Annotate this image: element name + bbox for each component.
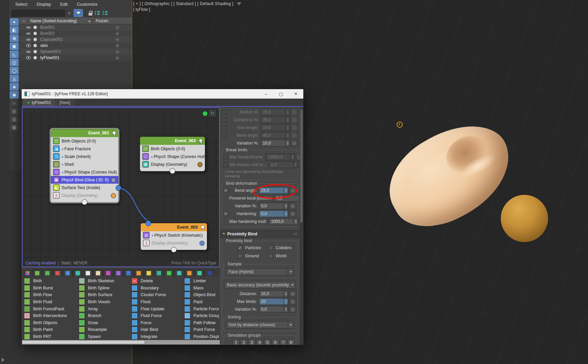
depot-operator-delete[interactable]: ×Delete: [132, 278, 183, 285]
filter-geometry-icon[interactable]: ◧: [10, 26, 19, 34]
filter-spacewarps-icon[interactable]: ◱: [10, 59, 19, 66]
depot-operator-birth-objects[interactable]: Birth Objects: [24, 319, 77, 327]
selection-dot-icon[interactable]: [33, 38, 37, 41]
accuracy-dropdown[interactable]: Basic accuracy (bounds proximity): [224, 281, 296, 289]
param-value-field[interactable]: 10,0: [261, 140, 290, 147]
wire-param-diamond-button[interactable]: ◇: [291, 109, 298, 115]
scrollbar-thumb[interactable]: [22, 340, 145, 344]
frozen-toggle-icon[interactable]: [115, 50, 119, 54]
select-filter-button[interactable]: [74, 9, 83, 17]
depot-operator-birth-intersections[interactable]: Birth Intersections: [24, 312, 77, 319]
param-value-field[interactable]: 45,0: [261, 132, 290, 139]
list-header[interactable]: ○ Name (Sorted Ascending) ▲ Frozen: [19, 18, 132, 24]
depot-operator-boundary[interactable]: Boundary: [132, 285, 183, 292]
sample-dropdown[interactable]: Face (Hybrid): [226, 268, 294, 276]
depot-operator-limiter[interactable]: Limiter: [184, 278, 219, 285]
selection-dot-icon[interactable]: [33, 26, 37, 29]
checkbox-checked[interactable]: ✓: [224, 188, 228, 193]
bulb-icon[interactable]: [200, 225, 205, 230]
search-input[interactable]: [11, 10, 65, 17]
connector-dot[interactable]: [116, 185, 121, 191]
spinner-control[interactable]: [285, 140, 289, 146]
param-value-field[interactable]: 25,0: [261, 109, 290, 115]
filter-visibility-icon[interactable]: ◉: [10, 91, 19, 99]
depot-tab-export[interactable]: [93, 269, 103, 277]
depot-operator-integrate[interactable]: Integrate: [132, 333, 183, 340]
depot-tab-misc[interactable]: [195, 269, 204, 277]
sim-group-button-2[interactable]: 2: [240, 339, 247, 345]
event-node-event_001[interactable]: Event_001□Birth Objects (0-0)◪◂Face Frac…: [50, 129, 119, 203]
checkbox-unchecked[interactable]: [222, 110, 227, 114]
operator-row[interactable]: □◂PhysX Shape (Convex Hull): [51, 168, 118, 176]
wire-param-diamond-button[interactable]: ◇: [291, 116, 298, 123]
depot-operator-birth-paint[interactable]: Birth Paint: [24, 326, 77, 333]
sim-group-button-6[interactable]: 6: [272, 339, 279, 345]
clear-search-icon[interactable]: ×: [67, 10, 72, 16]
depot-operator-position-displa[interactable]: Position Displa: [184, 333, 219, 340]
spinner-control[interactable]: [285, 132, 289, 138]
depot-operator-birth-burst[interactable]: Birth Burst: [24, 285, 77, 292]
spinner-control[interactable]: [284, 298, 288, 305]
checkbox-unchecked[interactable]: [238, 254, 242, 258]
checkbox-unchecked[interactable]: [224, 155, 228, 159]
filter-all-icon[interactable]: ●: [10, 18, 19, 26]
spinner-control[interactable]: [293, 162, 298, 168]
checkbox-unchecked[interactable]: [222, 133, 227, 138]
checkbox-unchecked[interactable]: [224, 162, 228, 167]
menu-item-display[interactable]: Display: [37, 2, 51, 7]
checkbox-unchecked[interactable]: [222, 125, 227, 130]
depot-tab-cloth[interactable]: [114, 269, 123, 277]
param-value-field[interactable]: 10,0: [261, 124, 290, 131]
hierarchy-view-icon[interactable]: [95, 10, 100, 16]
input-connector[interactable]: [145, 220, 151, 226]
wire-param-diamond-button[interactable]: ◇: [296, 154, 300, 160]
table-row[interactable]: Capsule001: [19, 36, 132, 43]
frozen-toggle-icon[interactable]: [115, 44, 119, 48]
operator-row[interactable]: ▤◂PhysX Switch (Kinematic): [141, 231, 207, 239]
depot-operator-birth-surface[interactable]: Birth Surface: [79, 291, 130, 298]
depot-operator-hair-bind[interactable]: Hair Bind: [132, 326, 183, 333]
param-value-field[interactable]: 10,0: [259, 290, 288, 297]
param-value-field[interactable]: 0,0: [259, 210, 288, 217]
filter-shapes-icon[interactable]: ◯: [10, 67, 19, 74]
eye-closed-icon[interactable]: [26, 50, 31, 53]
operator-row[interactable]: □◂PhysX Shape (Convex Hull): [140, 153, 205, 160]
checkbox-checked[interactable]: ✓: [238, 245, 242, 250]
wire-param-diamond-button[interactable]: ◇: [289, 290, 296, 297]
depot-operator-particle-force[interactable]: Particle Force: [184, 305, 219, 312]
depot-operator-birth-fluid[interactable]: Birth Fluid: [24, 298, 77, 306]
depot-operator-grow[interactable]: Grow: [79, 319, 130, 327]
wire-param-diamond-button[interactable]: ◇: [289, 298, 296, 305]
output-connector[interactable]: [170, 168, 175, 174]
params-vertical-scrollbar[interactable]: [300, 107, 303, 345]
wire-param-diamond-button[interactable]: ◇: [289, 203, 296, 209]
output-connector[interactable]: [82, 199, 88, 205]
node-header[interactable]: Event_001: [51, 129, 118, 137]
table-row[interactable]: Box002: [19, 30, 132, 36]
depot-tab-test[interactable]: [154, 269, 164, 277]
wire-param-diamond-button[interactable]: ◇: [289, 210, 296, 217]
filter-helpers-icon[interactable]: ◺: [10, 51, 19, 58]
operator-row[interactable]: □Birth Objects (0-0): [140, 145, 205, 153]
depot-tab-delete[interactable]: [53, 269, 62, 277]
output-connector[interactable]: [171, 247, 177, 253]
filter-layers-icon[interactable]: ▥: [10, 115, 19, 123]
depot-operator-point-force[interactable]: Point Force: [184, 326, 219, 333]
spinner-control[interactable]: [285, 125, 289, 131]
lock-icon[interactable]: [89, 11, 93, 16]
wire-param-diamond-button[interactable]: ◇: [291, 132, 298, 139]
depot-tab-utility[interactable]: [205, 269, 214, 277]
frozen-toggle-icon[interactable]: [115, 56, 119, 60]
filter-cameras-icon[interactable]: ▣: [10, 43, 19, 50]
filter-containers-icon[interactable]: ◈: [10, 83, 19, 90]
node-header[interactable]: Event_003: [140, 137, 205, 145]
spinner-control[interactable]: [284, 291, 288, 297]
bulb-icon[interactable]: [198, 139, 203, 143]
checkbox-unchecked[interactable]: [222, 118, 227, 122]
connector-dot[interactable]: [111, 178, 116, 183]
operator-row[interactable]: ▩PhysX Bind (Glue | ID: 0): [51, 176, 118, 184]
param-value-field[interactable]: 10000,0: [266, 154, 295, 160]
depot-operator-object-bind[interactable]: Object Bind: [184, 291, 219, 298]
param-value-field[interactable]: 0,0: [259, 306, 288, 313]
depot-tab-shape[interactable]: [73, 269, 83, 277]
